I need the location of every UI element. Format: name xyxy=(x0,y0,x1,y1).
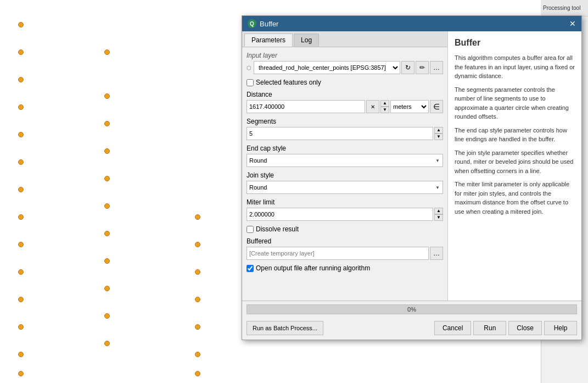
join-style-label: Join style xyxy=(247,171,443,179)
buffered-browse-btn[interactable]: … xyxy=(430,247,443,260)
progress-bar-container: 0% xyxy=(247,304,577,314)
dialog-titlebar: Q Buffer ✕ xyxy=(242,16,581,31)
end-cap-select-wrapper: Round xyxy=(247,154,443,167)
layer-more-btn[interactable]: … xyxy=(430,61,443,74)
map-dot xyxy=(195,269,200,275)
input-layer-group: Input layer ⬡ threaded_rod_hole_center_p… xyxy=(247,52,443,74)
buffered-group: Buffered … xyxy=(247,237,443,260)
distance-group: Distance ✕ ▲ ▼ meters ∈ xyxy=(247,91,443,113)
layer-edit-btn[interactable]: ✏ xyxy=(416,61,429,74)
join-style-select[interactable]: Round xyxy=(247,181,443,194)
run-button[interactable]: Run xyxy=(473,321,506,335)
map-dot xyxy=(104,258,110,264)
dialog-right-panel: Buffer This algorithm computes a buffer … xyxy=(448,31,581,301)
dialog-left-panel: Parameters Log Input layer ⬡ threaded_ro… xyxy=(242,31,448,301)
map-dot xyxy=(104,231,110,236)
join-style-group: Join style Round xyxy=(247,171,443,194)
help-button[interactable]: Help xyxy=(544,321,577,335)
map-dot xyxy=(18,104,24,110)
qgis-icon: Q xyxy=(248,19,256,28)
dialog-bottom: 0% Run as Batch Process... Cancel Run Cl… xyxy=(242,301,581,340)
distance-calc-btn[interactable]: ∈ xyxy=(430,100,443,113)
batch-process-button[interactable]: Run as Batch Process... xyxy=(247,321,323,335)
distance-input[interactable] xyxy=(247,100,365,113)
map-dot xyxy=(104,148,110,154)
layer-refresh-btn[interactable]: ↻ xyxy=(401,61,415,74)
distance-clear-btn[interactable]: ✕ xyxy=(366,100,379,113)
dialog-close-button[interactable]: ✕ xyxy=(569,20,576,27)
progress-row: 0% xyxy=(242,301,581,318)
dissolve-checkbox[interactable] xyxy=(247,226,254,233)
map-dot xyxy=(195,371,200,376)
end-cap-style-select[interactable]: Round xyxy=(247,154,443,167)
input-layer-row: ⬡ threaded_rod_hole_center_points [EPSG:… xyxy=(247,61,443,74)
segments-spin-down[interactable]: ▼ xyxy=(434,134,443,140)
map-dot xyxy=(18,269,24,275)
dissolve-label: Dissolve result xyxy=(256,225,299,233)
map-dot xyxy=(104,341,110,346)
progress-label: 0% xyxy=(407,306,416,313)
map-dot xyxy=(195,324,200,330)
buffer-dialog: Q Buffer ✕ Parameters Log Input layer ⬡ xyxy=(242,15,582,340)
open-output-label: Open output file after running algorithm xyxy=(256,264,370,272)
selected-features-checkbox[interactable] xyxy=(247,79,254,86)
dialog-body: Parameters Log Input layer ⬡ threaded_ro… xyxy=(242,31,581,301)
button-row: Run as Batch Process... Cancel Run Close… xyxy=(242,318,581,340)
info-para-5: The miter limit parameter is only applic… xyxy=(455,180,575,216)
close-button[interactable]: Close xyxy=(508,321,542,335)
miter-input[interactable] xyxy=(247,208,433,221)
miter-spin: ▲ ▼ xyxy=(434,208,443,221)
dissolve-row: Dissolve result xyxy=(247,225,443,233)
map-dot xyxy=(104,49,110,55)
map-dot xyxy=(18,49,24,55)
params-scroll[interactable]: Input layer ⬡ threaded_rod_hole_center_p… xyxy=(242,47,447,301)
unit-select[interactable]: meters xyxy=(390,100,429,113)
map-dot xyxy=(104,176,110,181)
map-dot xyxy=(18,159,24,165)
selected-features-label: Selected features only xyxy=(256,79,321,86)
segments-row: ▲ ▼ xyxy=(247,127,443,140)
miter-limit-group: Miter limit ▲ ▼ xyxy=(247,198,443,221)
info-title: Buffer xyxy=(455,38,575,48)
dialog-title-left: Q Buffer xyxy=(248,19,278,28)
map-dot xyxy=(18,214,24,220)
dialog-tabs: Parameters Log xyxy=(242,31,447,47)
end-cap-style-label: End cap style xyxy=(247,145,443,152)
layer-select[interactable]: threaded_rod_hole_center_points [EPSG:38… xyxy=(254,61,400,74)
selected-features-row: Selected features only xyxy=(247,79,443,86)
buffered-row: … xyxy=(247,247,443,260)
miter-limit-label: Miter limit xyxy=(247,198,443,206)
processing-toolbar: Processing tool xyxy=(541,0,588,16)
map-dot xyxy=(18,132,24,137)
map-dot xyxy=(18,77,24,82)
processing-toolbar-label: Processing tool xyxy=(543,5,580,11)
distance-spin-up[interactable]: ▲ xyxy=(380,100,389,107)
map-dot xyxy=(104,93,110,99)
info-para-4: The join style parameter specifies wheth… xyxy=(455,148,575,176)
map-dot xyxy=(18,187,24,192)
distance-spin-down[interactable]: ▼ xyxy=(380,107,389,113)
dialog-title: Buffer xyxy=(260,20,278,28)
miter-spin-down[interactable]: ▼ xyxy=(434,214,443,221)
map-dot xyxy=(18,242,24,247)
segments-spin: ▲ ▼ xyxy=(434,127,443,140)
tab-log[interactable]: Log xyxy=(294,34,319,47)
action-buttons: Cancel Run Close Help xyxy=(434,321,577,335)
segments-spin-up[interactable]: ▲ xyxy=(434,127,443,134)
open-output-row: Open output file after running algorithm xyxy=(247,264,443,272)
buffered-input[interactable] xyxy=(247,247,429,260)
input-layer-label: Input layer xyxy=(247,52,443,59)
map-dot xyxy=(104,286,110,291)
miter-row: ▲ ▼ xyxy=(247,208,443,221)
open-output-checkbox[interactable] xyxy=(247,265,254,272)
join-style-select-wrapper: Round xyxy=(247,181,443,194)
map-dot xyxy=(18,352,24,357)
map-dot xyxy=(104,203,110,209)
tab-parameters[interactable]: Parameters xyxy=(244,34,293,47)
segments-input[interactable] xyxy=(247,127,433,140)
cancel-button[interactable]: Cancel xyxy=(434,321,471,335)
miter-spin-up[interactable]: ▲ xyxy=(434,208,443,214)
segments-group: Segments ▲ ▼ xyxy=(247,118,443,140)
distance-spin: ▲ ▼ xyxy=(380,100,389,113)
map-dot xyxy=(18,22,24,27)
